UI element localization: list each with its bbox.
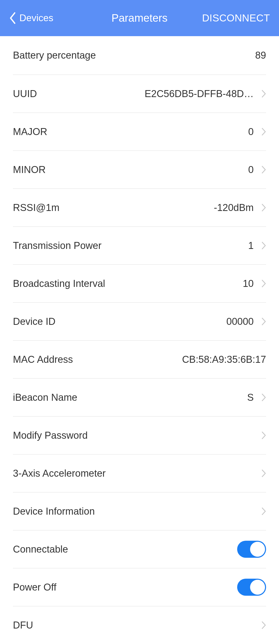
row-label: Device ID [13,316,56,327]
header: Devices Parameters DISCONNECT [0,0,279,36]
row-modify-password[interactable]: Modify Password [13,417,266,454]
row-battery: Battery percentage 89 [13,36,266,75]
row-minor[interactable]: MINOR 0 [13,151,266,189]
chevron-left-icon [9,12,16,24]
row-major[interactable]: MAJOR 0 [13,113,266,151]
chevron-right-icon [261,431,266,439]
back-label: Devices [19,13,53,23]
row-value: 00000 [226,316,254,327]
chevron-right-icon [261,279,266,288]
chevron-right-icon [261,128,266,136]
row-label: Connectable [13,544,68,555]
chevron-right-icon [261,166,266,174]
row-label: 3-Axis Accelerometer [13,468,106,479]
row-label: Device Information [13,506,95,517]
row-mac-address: MAC Address CB:58:A9:35:6B:17 [13,341,266,379]
parameter-list: Battery percentage 89 UUID E2C56DB5-DFFB… [0,36,279,644]
row-rssi[interactable]: RSSI@1m -120dBm [13,189,266,227]
chevron-right-icon [261,317,266,326]
row-value: -120dBm [214,202,254,213]
back-button[interactable]: Devices [9,12,53,24]
row-value: S [247,392,254,403]
power-off-toggle[interactable] [237,579,266,596]
row-device-id[interactable]: Device ID 00000 [13,303,266,341]
row-label: MINOR [13,164,46,175]
row-ibeacon-name[interactable]: iBeacon Name S [13,379,266,417]
row-label: MAJOR [13,126,47,137]
row-value: 0 [248,126,254,137]
row-label: iBeacon Name [13,392,77,403]
row-label: Battery percentage [13,50,96,61]
row-value: CB:58:A9:35:6B:17 [182,354,266,365]
row-broadcasting-interval[interactable]: Broadcasting Interval 10 [13,265,266,303]
row-label: DFU [13,620,33,631]
row-value: 89 [255,50,266,61]
page-title: Parameters [111,12,167,24]
row-label: MAC Address [13,354,73,365]
row-label: Modify Password [13,430,88,441]
chevron-right-icon [261,241,266,250]
chevron-right-icon [261,203,266,212]
row-label: Transmission Power [13,240,102,251]
chevron-right-icon [261,90,266,98]
row-label: Power Off [13,582,56,593]
row-uuid[interactable]: UUID E2C56DB5-DFFB-48D… [13,75,266,113]
row-value: 0 [248,164,254,175]
row-device-information[interactable]: Device Information [13,492,266,530]
connectable-toggle[interactable] [237,541,266,558]
disconnect-button[interactable]: DISCONNECT [202,12,270,24]
row-value: 10 [243,278,254,289]
row-value: 1 [248,240,254,251]
row-power-off: Power Off [13,568,266,606]
chevron-right-icon [261,469,266,477]
row-transmission-power[interactable]: Transmission Power 1 [13,227,266,265]
row-accelerometer[interactable]: 3-Axis Accelerometer [13,454,266,492]
row-label: UUID [13,88,37,99]
chevron-right-icon [261,393,266,402]
row-connectable: Connectable [13,530,266,568]
row-label: RSSI@1m [13,202,59,213]
row-label: Broadcasting Interval [13,278,105,289]
chevron-right-icon [261,621,266,629]
chevron-right-icon [261,507,266,515]
row-value: E2C56DB5-DFFB-48D… [145,88,254,99]
row-dfu[interactable]: DFU [13,606,266,644]
